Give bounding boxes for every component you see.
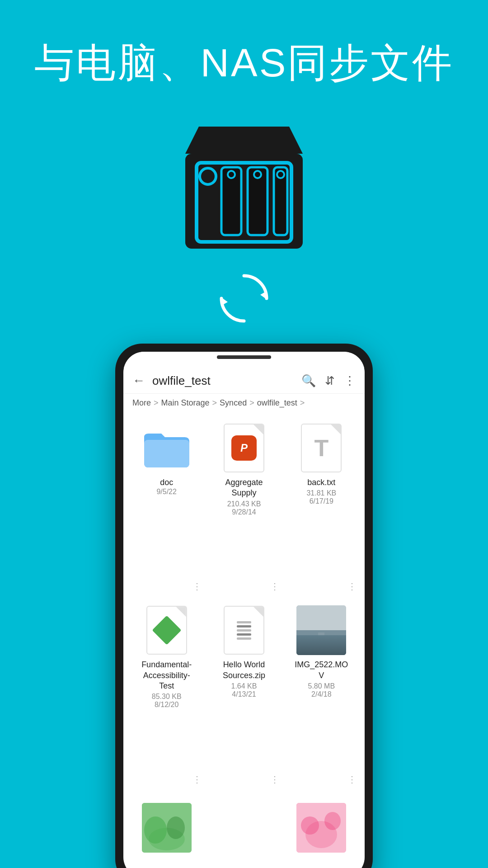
search-icon[interactable]: 🔍: [301, 374, 316, 388]
list-item[interactable]: IMG_2522.MOV 5.80 MB 2/4/18 ⋮: [283, 599, 360, 792]
file-name: IMG_2522.MOV: [292, 660, 351, 681]
app-header: ← owlfile_test 🔍 ⇵ ⋮: [123, 368, 365, 394]
file-date: 2/4/18: [311, 690, 331, 698]
file-date: 9/28/14: [232, 508, 256, 516]
list-item[interactable]: doc 9/5/22 ⋮: [128, 417, 205, 599]
list-item[interactable]: [283, 797, 360, 857]
file-size: 31.81 KB: [306, 489, 336, 497]
breadcrumb-more[interactable]: More: [132, 398, 151, 408]
file-name: Hello World Sources.zip: [215, 660, 273, 681]
more-icon[interactable]: ⋮: [344, 374, 356, 388]
sort-icon[interactable]: ⇵: [325, 374, 335, 388]
file-size: 5.80 MB: [308, 682, 335, 690]
file-menu-button[interactable]: ⋮: [270, 581, 279, 592]
file-menu-button[interactable]: ⋮: [192, 774, 202, 785]
file-name: Aggregate Supply: [215, 477, 273, 499]
file-name: back.txt: [307, 477, 335, 488]
status-bar: [123, 352, 365, 368]
file-name: doc: [160, 477, 173, 488]
svg-marker-9: [260, 291, 267, 299]
svg-point-20: [167, 816, 185, 839]
svg-point-24: [324, 812, 341, 830]
back-button[interactable]: ←: [132, 373, 145, 388]
list-item[interactable]: P Aggregate Supply 210.43 KB 9/28/14 ⋮: [205, 417, 282, 599]
file-menu-button[interactable]: ⋮: [270, 774, 279, 785]
file-date: 9/5/22: [156, 488, 176, 496]
list-item[interactable]: Fundamental-Accessibility-Test 85.30 KB …: [128, 599, 205, 792]
file-date: 8/12/20: [155, 701, 178, 709]
list-item[interactable]: [128, 797, 205, 857]
hero-title: 与电脑、NAS同步文件: [0, 36, 488, 90]
file-size: 85.30 KB: [152, 693, 182, 701]
svg-marker-10: [221, 297, 228, 306]
file-menu-button[interactable]: ⋮: [347, 774, 357, 785]
nas-icon: [172, 118, 316, 262]
files-grid: doc 9/5/22 ⋮ P Aggregate Supply: [123, 412, 365, 797]
list-item[interactable]: T back.txt 31.81 KB 6/17/19 ⋮: [283, 417, 360, 599]
svg-rect-16: [296, 605, 346, 630]
file-menu-button[interactable]: ⋮: [192, 581, 202, 592]
phone-speaker: [217, 355, 271, 359]
file-date: 4/13/21: [232, 690, 256, 698]
bottom-partial-row: [123, 797, 365, 868]
folder-title: owlfile_test: [152, 374, 301, 388]
file-menu-button[interactable]: ⋮: [347, 581, 357, 592]
sync-icon: [217, 271, 271, 326]
file-size: 210.43 KB: [227, 500, 261, 508]
breadcrumb: More > Main Storage > Synced > owlfile_t…: [123, 394, 365, 412]
list-item[interactable]: [205, 797, 282, 857]
svg-rect-11: [144, 440, 189, 467]
svg-rect-15: [318, 632, 324, 655]
file-date: 6/17/19: [310, 497, 333, 505]
phone-mockup: ← owlfile_test 🔍 ⇵ ⋮ More > Main Storage…: [115, 344, 373, 868]
breadcrumb-synced[interactable]: Synced: [220, 398, 247, 408]
file-size: 1.64 KB: [231, 682, 257, 690]
breadcrumb-owlfile[interactable]: owlfile_test: [257, 398, 297, 408]
svg-point-23: [301, 816, 319, 835]
list-item[interactable]: Hello World Sources.zip 1.64 KB 4/13/21 …: [205, 599, 282, 792]
svg-point-19: [144, 816, 167, 844]
svg-rect-14: [296, 637, 346, 655]
breadcrumb-main-storage[interactable]: Main Storage: [161, 398, 210, 408]
file-name: Fundamental-Accessibility-Test: [137, 660, 196, 691]
